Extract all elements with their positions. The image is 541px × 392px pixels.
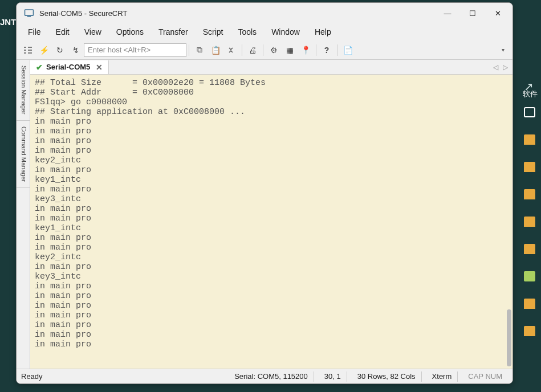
statusbar: Ready Serial: COM5, 115200 30, 1 30 Rows… bbox=[17, 369, 512, 383]
side-tabs: Session Manager Command Manager bbox=[17, 60, 30, 369]
host-placeholder: Enter host <Alt+R> bbox=[88, 46, 150, 54]
settings-icon[interactable]: ⚙ bbox=[266, 43, 282, 58]
status-ready: Ready bbox=[21, 371, 224, 382]
main-area: ✔ Serial-COM5 ✕ ◁ ▷ ## Total Size = 0x00… bbox=[30, 60, 512, 369]
app-window: Serial-COM5 - SecureCRT — ☐ ✕ File Edit … bbox=[16, 2, 513, 384]
body-area: Session Manager Command Manager ✔ Serial… bbox=[17, 60, 512, 369]
terminal-output[interactable]: ## Total Size = 0x00002e20 = 11808 Bytes… bbox=[30, 75, 512, 369]
titlebar[interactable]: Serial-COM5 - SecureCRT — ☐ ✕ bbox=[17, 3, 512, 23]
separator bbox=[263, 44, 263, 56]
disconnect-icon[interactable]: ↯ bbox=[68, 43, 84, 58]
host-input[interactable]: Enter host <Alt+R> bbox=[84, 43, 186, 57]
scrollbar[interactable] bbox=[503, 75, 512, 369]
folder-icon bbox=[524, 326, 535, 336]
terminal-line: in main pro bbox=[35, 320, 508, 330]
menu-options[interactable]: Options bbox=[109, 25, 150, 39]
bg-label: 软件 bbox=[523, 89, 538, 99]
pin-icon[interactable]: 📍 bbox=[298, 43, 314, 58]
find-icon[interactable] bbox=[223, 43, 239, 58]
terminal-line: in main pro bbox=[35, 301, 508, 311]
terminal-line: in main pro bbox=[35, 214, 508, 223]
terminal-line: in main pro bbox=[35, 340, 508, 349]
terminal-line: in main pro bbox=[35, 311, 508, 320]
terminal-line: key3_intc bbox=[35, 194, 508, 204]
folder-icon bbox=[524, 189, 535, 199]
tab-prev-icon[interactable]: ◁ bbox=[493, 63, 498, 71]
command-manager-tab[interactable]: Command Manager bbox=[17, 121, 30, 188]
terminal-line: in main pro bbox=[35, 117, 508, 126]
menu-edit[interactable]: Edit bbox=[49, 25, 76, 39]
close-button[interactable]: ✕ bbox=[485, 4, 510, 22]
terminal-line: in main pro bbox=[35, 126, 508, 136]
terminal-line: in main pro bbox=[35, 262, 508, 272]
menu-help[interactable]: Help bbox=[308, 25, 338, 39]
window-title: Serial-COM5 - SecureCRT bbox=[39, 9, 435, 18]
separator bbox=[242, 44, 242, 56]
background-text: JNT bbox=[0, 17, 16, 27]
folder-icon bbox=[524, 162, 535, 172]
terminal-line: key1_intc bbox=[35, 175, 508, 185]
menubar: File Edit View Options Transfer Script T… bbox=[17, 23, 512, 40]
folder-icon bbox=[524, 217, 535, 227]
terminal-line: FSlqq> go c0008000 bbox=[35, 97, 508, 107]
terminal-line: key2_intc bbox=[35, 156, 508, 165]
terminal-line: key3_intc bbox=[35, 272, 508, 281]
status-caps: CAP NUM bbox=[462, 371, 508, 382]
folder-icon bbox=[524, 134, 535, 145]
terminal-line: in main pro bbox=[35, 291, 508, 301]
separator bbox=[337, 44, 337, 56]
checkmark-icon: ✔ bbox=[36, 63, 43, 72]
terminal-line: in main pro bbox=[35, 204, 508, 214]
print-icon[interactable]: 🖨 bbox=[245, 43, 261, 58]
menu-window[interactable]: Window bbox=[265, 25, 307, 39]
separator bbox=[189, 44, 189, 56]
script-icon[interactable]: 📄 bbox=[340, 43, 356, 58]
terminal-line: key1_intc bbox=[35, 223, 508, 233]
toolbar: ⚡ ↻ ↯ Enter host <Alt+R> ⧉ 📋 🖨 ⚙ ▦ 📍 ? 📄… bbox=[17, 40, 512, 60]
terminal-line: in main pro bbox=[35, 281, 508, 291]
terminal-line: key2_intc bbox=[35, 252, 508, 262]
session-options-icon[interactable]: ▦ bbox=[282, 43, 298, 58]
terminal-line: ## Starting application at 0xC0008000 ..… bbox=[35, 107, 508, 117]
box-icon bbox=[524, 107, 535, 117]
menu-view[interactable]: View bbox=[78, 25, 108, 39]
svg-rect-0 bbox=[25, 10, 34, 15]
separator bbox=[316, 44, 316, 56]
copy-icon[interactable]: ⧉ bbox=[192, 43, 208, 58]
terminal-line: in main pro bbox=[35, 136, 508, 146]
status-term: Xterm bbox=[426, 371, 458, 382]
folder-icon bbox=[524, 299, 535, 309]
terminal-line: in main pro bbox=[35, 185, 508, 194]
svg-rect-1 bbox=[27, 16, 31, 17]
status-size: 30 Rows, 82 Cols bbox=[352, 371, 422, 382]
help-icon[interactable]: ? bbox=[319, 43, 335, 58]
terminal-line: in main pro bbox=[35, 165, 508, 175]
toolbar-overflow-icon[interactable]: ▾ bbox=[497, 47, 509, 53]
session-manager-tab[interactable]: Session Manager bbox=[17, 60, 30, 121]
status-connection: Serial: COM5, 115200 bbox=[229, 371, 314, 382]
battery-icon bbox=[524, 271, 535, 281]
close-tab-icon[interactable]: ✕ bbox=[96, 63, 103, 72]
scroll-thumb[interactable] bbox=[507, 309, 511, 366]
terminal-line: in main pro bbox=[35, 233, 508, 243]
session-tab[interactable]: ✔ Serial-COM5 ✕ bbox=[30, 60, 109, 74]
tabstrip: ✔ Serial-COM5 ✕ ◁ ▷ bbox=[30, 60, 512, 75]
tab-label: Serial-COM5 bbox=[46, 63, 90, 71]
tab-next-icon[interactable]: ▷ bbox=[503, 63, 508, 71]
connect-icon[interactable] bbox=[20, 43, 36, 58]
menu-transfer[interactable]: Transfer bbox=[152, 25, 195, 39]
minimize-button[interactable]: — bbox=[435, 4, 460, 22]
desktop-icon-strip: 软件 ↗ bbox=[518, 0, 541, 392]
terminal-line: ## Total Size = 0x00002e20 = 11808 Bytes bbox=[35, 78, 508, 88]
maximize-button[interactable]: ☐ bbox=[460, 4, 485, 22]
menu-tools[interactable]: Tools bbox=[231, 25, 263, 39]
menu-script[interactable]: Script bbox=[196, 25, 230, 39]
terminal-line: in main pro bbox=[35, 146, 508, 156]
terminal-line: in main pro bbox=[35, 243, 508, 252]
status-cursor: 30, 1 bbox=[319, 371, 347, 382]
menu-file[interactable]: File bbox=[21, 25, 48, 39]
paste-icon[interactable]: 📋 bbox=[208, 43, 223, 58]
tab-nav: ◁ ▷ bbox=[489, 63, 512, 71]
reconnect-icon[interactable]: ↻ bbox=[52, 43, 68, 58]
quick-connect-icon[interactable]: ⚡ bbox=[36, 43, 52, 58]
